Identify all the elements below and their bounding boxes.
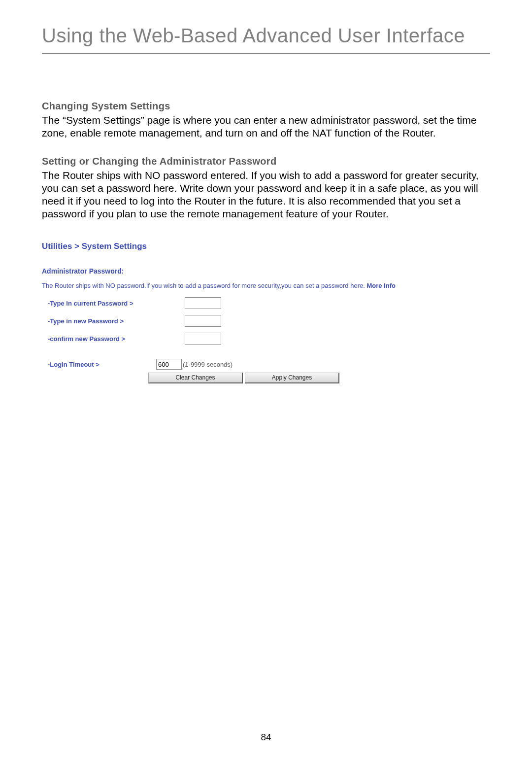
apply-changes-button[interactable]: Apply Changes bbox=[245, 373, 339, 383]
section-heading-changing-settings: Changing System Settings bbox=[42, 101, 490, 112]
login-timeout-row: -Login Timeout > (1-9999 seconds) bbox=[42, 359, 490, 370]
router-settings-panel: Utilities > System Settings Administrato… bbox=[42, 237, 490, 384]
breadcrumb: Utilities > System Settings bbox=[42, 242, 490, 251]
panel-subheading: Administrator Password: bbox=[42, 267, 490, 275]
more-info-link[interactable]: More Info bbox=[366, 282, 396, 289]
current-password-label: -Type in current Password > bbox=[42, 300, 185, 307]
login-timeout-label: -Login Timeout > bbox=[42, 361, 156, 368]
confirm-password-input[interactable] bbox=[185, 333, 221, 345]
confirm-password-row: -confirm new Password > bbox=[42, 332, 490, 345]
section-body-changing-settings: The “System Settings” page is where you … bbox=[42, 114, 490, 140]
panel-desc-text: The Router ships with NO password.If you… bbox=[42, 282, 366, 289]
page-title: Using the Web-Based Advanced User Interf… bbox=[42, 25, 490, 54]
login-timeout-input[interactable] bbox=[156, 359, 182, 370]
current-password-input[interactable] bbox=[185, 297, 221, 309]
new-password-label: -Type in new Password > bbox=[42, 317, 185, 325]
section-heading-admin-password: Setting or Changing the Administrator Pa… bbox=[42, 156, 490, 167]
new-password-input[interactable] bbox=[185, 315, 221, 327]
clear-changes-button[interactable]: Clear Changes bbox=[148, 373, 243, 383]
section-body-admin-password: The Router ships with NO password entere… bbox=[42, 169, 490, 221]
current-password-row: -Type in current Password > bbox=[42, 297, 490, 310]
login-timeout-hint: (1-9999 seconds) bbox=[183, 361, 233, 368]
new-password-row: -Type in new Password > bbox=[42, 314, 490, 327]
button-row: Clear Changes Apply Changes bbox=[148, 373, 490, 383]
panel-description: The Router ships with NO password.If you… bbox=[42, 282, 490, 290]
confirm-password-label: -confirm new Password > bbox=[42, 335, 185, 343]
page-number: 84 bbox=[0, 732, 532, 743]
